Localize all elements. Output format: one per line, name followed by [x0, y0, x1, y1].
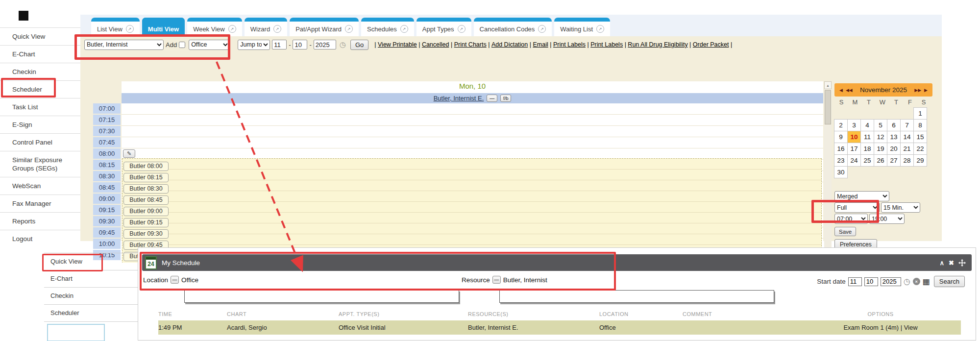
calendar-day-cell[interactable]: 24 [847, 154, 861, 167]
toolbar-link[interactable]: View Printable [378, 41, 417, 48]
resource-minus-button[interactable]: — [492, 276, 501, 284]
calendar-day-cell[interactable]: 10 [847, 131, 861, 143]
save-button[interactable]: Save [834, 227, 856, 236]
appointment-slot-button[interactable]: Butler 09:15 [123, 218, 169, 227]
sidebar-item[interactable]: E-Chart [0, 45, 80, 63]
edit-icon[interactable]: ✎ [123, 149, 135, 158]
close-icon[interactable]: ✖ [949, 259, 954, 267]
date-month-input[interactable] [272, 40, 287, 49]
open-in-new-icon[interactable]: ↗ [458, 25, 466, 33]
calendar-day-cell[interactable] [900, 166, 914, 178]
sidebar-item[interactable]: Scheduler [0, 80, 80, 98]
open-in-new-icon[interactable]: ↗ [126, 25, 134, 33]
calendar-day-cell[interactable]: 22 [913, 143, 927, 155]
calendar-day-cell[interactable]: 13 [887, 131, 901, 143]
start-date-day-input[interactable] [864, 277, 878, 286]
calendar-day-cell[interactable] [847, 166, 861, 178]
calendar-picker-icon[interactable]: ▦ [923, 277, 930, 286]
appointment-slot-button[interactable]: Butler 08:00 [123, 162, 169, 171]
toolbar-link[interactable]: Print Charts [454, 41, 487, 48]
scrollbar-thumb[interactable] [825, 90, 831, 124]
calendar-day-cell[interactable] [887, 107, 901, 120]
location-select[interactable]: Office [189, 40, 230, 50]
move-icon[interactable] [958, 259, 966, 267]
calendar-day-cell[interactable]: 21 [900, 143, 914, 155]
calendar-day-cell[interactable]: 27 [887, 154, 901, 167]
open-in-new-icon[interactable]: ↗ [273, 25, 281, 33]
sidebar-item[interactable]: Checkin [44, 287, 138, 304]
calendar-day-cell[interactable]: 12 [874, 131, 887, 143]
calendar-day-cell[interactable]: 4 [860, 119, 874, 131]
calendar-day-cell[interactable] [900, 107, 914, 120]
table-row[interactable]: 1:49 PM Acardi, Sergio Office Visit Init… [158, 320, 961, 335]
sidebar-item[interactable]: Similar Exposure Groups (SEGs) [0, 151, 80, 177]
calendar-day-cell[interactable]: 2 [834, 119, 848, 131]
calendar-day-cell[interactable]: 19 [874, 143, 887, 155]
calendar-day-cell[interactable] [860, 107, 874, 120]
calendar-day-cell[interactable]: 14 [900, 131, 914, 143]
calendar-day-cell[interactable]: 29 [913, 154, 927, 167]
toolbar-link[interactable]: Run All Drug Eligibility [628, 41, 687, 48]
sidebar-item[interactable]: Quick View [0, 27, 80, 45]
calendar-day-cell[interactable] [874, 166, 887, 178]
calendar-day-cell[interactable]: 18 [860, 143, 874, 155]
jump-to-select[interactable]: Jump to [238, 40, 270, 50]
collapse-column-button[interactable]: — [487, 95, 497, 102]
calendar-day-cell[interactable] [913, 166, 927, 178]
sidebar-item[interactable]: Quick View [44, 253, 138, 270]
sidebar-item[interactable]: Task List [0, 98, 80, 116]
clock-icon[interactable]: ◷ [340, 40, 346, 49]
toolbar-link[interactable]: Print Labels [590, 41, 623, 48]
interval-select[interactable]: 15 Min. [881, 202, 920, 213]
sidebar-item[interactable]: Control Panel [0, 133, 80, 151]
add-checkbox[interactable] [179, 42, 185, 48]
schedule-rows[interactable]: ✎ Butler 08:00Butler 08:15Butler 08:30Bu… [122, 103, 823, 263]
prev-month-icon[interactable]: ◀◀ [846, 88, 853, 93]
toolbar-link[interactable]: Cancelled [422, 41, 449, 48]
tab[interactable]: Wizard ↗ [245, 18, 287, 36]
start-date-month-input[interactable] [848, 277, 862, 286]
focused-nav-box[interactable] [47, 324, 105, 341]
sidebar-item[interactable]: Reports [0, 212, 80, 230]
date-year-input[interactable] [314, 40, 336, 49]
appointment-slot-button[interactable]: Butler 09:00 [123, 207, 169, 216]
tab[interactable]: Schedules ↗ [361, 18, 414, 36]
sidebar-item[interactable]: WebScan [0, 177, 80, 195]
calendar-day-cell[interactable]: 30 [834, 166, 848, 178]
start-time-select[interactable]: 07:00 [834, 214, 868, 224]
toolbar-link[interactable]: Email [533, 41, 548, 48]
search-button[interactable]: Search [934, 276, 965, 287]
sidebar-item[interactable]: E-Sign [0, 116, 80, 133]
calendar-day-cell[interactable]: 23 [834, 154, 848, 167]
cell-options[interactable]: Exam Room 1 (4m) | View [800, 324, 961, 331]
calendar-day-cell[interactable] [887, 166, 901, 178]
scroll-up-icon[interactable]: ▲ [824, 81, 832, 89]
calendar-day-cell[interactable]: 3 [847, 119, 861, 131]
clock-icon[interactable]: ◷ [904, 277, 910, 286]
resource-listbox[interactable] [499, 290, 774, 303]
resource-column-link[interactable]: Butler, Internist E. [434, 95, 484, 102]
tab[interactable]: List View ↗ [91, 18, 140, 36]
calendar-day-cell[interactable] [874, 107, 887, 120]
sidebar-item[interactable]: Fax Manager [0, 195, 80, 212]
calendar-day-cell[interactable]: 11 [860, 131, 874, 143]
calendar-day-cell[interactable]: 26 [874, 154, 887, 167]
toolbar-link[interactable]: Add Dictation [491, 41, 528, 48]
cell-chart[interactable]: Acardi, Sergio [227, 324, 339, 331]
sidebar-item[interactable]: Logout [0, 230, 80, 247]
provider-select[interactable]: Butler, Internist [84, 40, 164, 50]
appointment-slot-button[interactable]: Butler 08:45 [123, 195, 169, 205]
go-button[interactable]: Go [350, 40, 368, 50]
calendar-day-cell[interactable]: 6 [887, 119, 901, 131]
location-listbox[interactable] [184, 290, 459, 303]
prev-day-icon[interactable]: ◀ [839, 88, 843, 93]
tab[interactable]: Cancellation Codes ↗ [474, 18, 552, 36]
calendar-day-cell[interactable]: 16 [834, 143, 848, 155]
date-day-input[interactable] [293, 40, 307, 49]
view-mode-select[interactable]: Merged [834, 191, 889, 201]
calendar-day-cell[interactable] [847, 107, 861, 120]
sidebar-item[interactable]: Checkin [0, 63, 80, 80]
my-schedule-titlebar[interactable]: 24 My Schedule ∧ ✖ [142, 254, 972, 271]
open-in-new-icon[interactable]: ↗ [345, 25, 353, 33]
appointment-slot-button[interactable]: Butler 09:30 [123, 229, 169, 239]
